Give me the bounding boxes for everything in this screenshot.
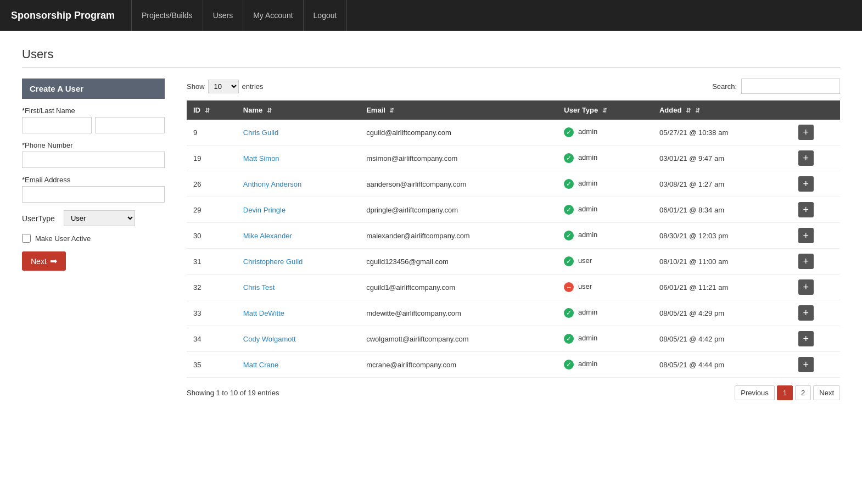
cell-added: 08/30/21 @ 12:03 pm [653, 223, 792, 249]
cell-name: Anthony Anderson [237, 171, 360, 197]
cell-name: Matt DeWitte [237, 300, 360, 326]
expand-button[interactable]: + [798, 176, 814, 192]
cell-action: + [792, 171, 840, 197]
expand-button[interactable]: + [798, 357, 814, 372]
active-status-icon: ✓ [564, 153, 574, 163]
page-1-button[interactable]: 1 [777, 385, 793, 400]
table-row: 26 Anthony Anderson aanderson@airliftcom… [187, 171, 840, 197]
pagination: Previous 1 2 Next [735, 385, 840, 400]
cell-action: + [792, 300, 840, 326]
user-link[interactable]: Cody Wolgamott [243, 335, 296, 343]
table-row: 35 Matt Crane mcrane@airliftcompany.com … [187, 352, 840, 378]
user-link[interactable]: Chris Guild [243, 128, 278, 137]
user-link[interactable]: Matt Simon [243, 154, 279, 163]
active-status-icon: ✓ [564, 334, 574, 344]
make-active-checkbox[interactable] [22, 234, 31, 243]
col-name: Name ⇵ [237, 100, 360, 120]
sort-name-icon[interactable]: ⇵ [267, 107, 272, 114]
active-status-icon: ✓ [564, 308, 574, 318]
search-input[interactable] [741, 79, 840, 94]
cell-added: 08/05/21 @ 4:29 pm [653, 300, 792, 326]
first-name-input[interactable] [22, 117, 92, 133]
sort-id-icon[interactable]: ⇵ [205, 107, 210, 114]
entries-select[interactable]: 10 25 50 100 [208, 80, 239, 93]
cell-usertype: ✓ user [557, 249, 653, 275]
cell-usertype: ✓ admin [557, 223, 653, 249]
user-type-select[interactable]: User Admin [64, 210, 135, 226]
sort-added-icon2[interactable]: ⇵ [695, 107, 700, 114]
page-2-button[interactable]: 2 [795, 385, 811, 400]
nav-users[interactable]: Users [203, 0, 244, 31]
name-group: *First/Last Name [22, 107, 165, 133]
last-name-input[interactable] [95, 117, 165, 133]
table-row: 33 Matt DeWitte mdewitte@airliftcompany.… [187, 300, 840, 326]
expand-button[interactable]: + [798, 279, 814, 295]
col-added: Added ⇵ ⇵ [653, 100, 792, 120]
cell-name: Chris Test [237, 275, 360, 300]
cell-name: Devin Pringle [237, 197, 360, 223]
create-user-panel: Create A User *First/Last Name *Phone Nu… [22, 79, 165, 271]
entries-label: entries [242, 82, 264, 91]
sort-usertype-icon[interactable]: ⇵ [602, 107, 607, 114]
expand-button[interactable]: + [798, 305, 814, 321]
table-row: 29 Devin Pringle dpringle@airliftcompany… [187, 197, 840, 223]
expand-button[interactable]: + [798, 125, 814, 140]
cell-added: 05/27/21 @ 10:38 am [653, 120, 792, 145]
sort-added-icon[interactable]: ⇵ [686, 107, 691, 114]
cell-name: Cody Wolgamott [237, 326, 360, 352]
table-row: 30 Mike Alexander malexander@airliftcomp… [187, 223, 840, 249]
cell-id: 29 [187, 197, 237, 223]
cell-action: + [792, 223, 840, 249]
cell-name: Matt Simon [237, 145, 360, 171]
table-row: 31 Christophere Guild cguild123456@gmail… [187, 249, 840, 275]
cell-id: 32 [187, 275, 237, 300]
table-header-row: ID ⇵ Name ⇵ Email ⇵ User Type ⇵ Added ⇵ … [187, 100, 840, 120]
cell-email: msimon@airliftcompany.com [360, 145, 557, 171]
user-link[interactable]: Matt Crane [243, 361, 278, 369]
next-button-label: Next [31, 257, 47, 266]
expand-button[interactable]: + [798, 331, 814, 346]
user-link[interactable]: Mike Alexander [243, 232, 292, 240]
cell-id: 9 [187, 120, 237, 145]
cell-name: Mike Alexander [237, 223, 360, 249]
next-button[interactable]: Next ➡ [22, 251, 66, 271]
user-link[interactable]: Matt DeWitte [243, 309, 284, 317]
nav-account[interactable]: My Account [243, 0, 303, 31]
users-table: ID ⇵ Name ⇵ Email ⇵ User Type ⇵ Added ⇵ … [187, 100, 840, 378]
cell-name: Christophere Guild [237, 249, 360, 275]
cell-name: Matt Crane [237, 352, 360, 378]
user-link[interactable]: Anthony Anderson [243, 180, 301, 188]
user-link[interactable]: Christophere Guild [243, 257, 303, 266]
nav-brand: Sponsorship Program [11, 10, 115, 21]
cell-action: + [792, 249, 840, 275]
cell-usertype: – user [557, 275, 653, 300]
expand-button[interactable]: + [798, 202, 814, 217]
expand-button[interactable]: + [798, 254, 814, 269]
sort-email-icon[interactable]: ⇵ [389, 107, 394, 114]
create-user-header: Create A User [22, 79, 165, 99]
table-row: 9 Chris Guild cguild@airliftcompany.com … [187, 120, 840, 145]
email-label: *Email Address [22, 176, 165, 184]
search-box: Search: [712, 79, 840, 94]
make-active-row: Make User Active [22, 234, 165, 243]
user-type-label: UserType [22, 214, 55, 223]
user-link[interactable]: Chris Test [243, 283, 275, 292]
nav-logout[interactable]: Logout [304, 0, 348, 31]
previous-button[interactable]: Previous [735, 385, 775, 400]
next-button-pagination[interactable]: Next [813, 385, 840, 400]
col-id: ID ⇵ [187, 100, 237, 120]
expand-button[interactable]: + [798, 150, 814, 166]
cell-usertype: ✓ admin [557, 120, 653, 145]
cell-action: + [792, 120, 840, 145]
phone-input[interactable] [22, 152, 165, 168]
first-last-name-label: *First/Last Name [22, 107, 165, 115]
cell-added: 08/05/21 @ 4:44 pm [653, 352, 792, 378]
table-row: 34 Cody Wolgamott cwolgamott@airliftcomp… [187, 326, 840, 352]
nav-projects[interactable]: Projects/Builds [131, 0, 203, 31]
email-input[interactable] [22, 186, 165, 203]
main-layout: Create A User *First/Last Name *Phone Nu… [22, 79, 840, 400]
user-link[interactable]: Devin Pringle [243, 206, 286, 214]
expand-button[interactable]: + [798, 228, 814, 243]
cell-id: 19 [187, 145, 237, 171]
cell-id: 33 [187, 300, 237, 326]
